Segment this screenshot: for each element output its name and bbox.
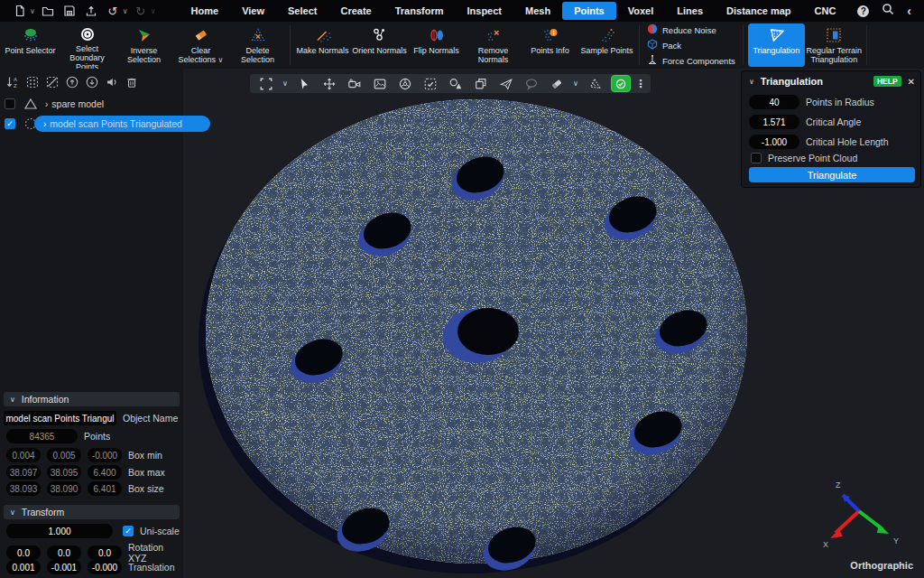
new-file-icon[interactable] bbox=[11, 2, 29, 20]
open-folder-icon[interactable] bbox=[39, 2, 57, 20]
sample-points-button[interactable]: Sample Points bbox=[578, 22, 635, 69]
menu-transform[interactable]: Transform bbox=[383, 2, 456, 20]
menu-lines[interactable]: Lines bbox=[665, 2, 715, 20]
select-region-icon[interactable] bbox=[419, 76, 442, 92]
box-size-z[interactable]: 6.401 bbox=[88, 481, 122, 496]
expand-icon[interactable]: › bbox=[45, 99, 48, 109]
tree-row-model-scan[interactable]: ✓ › model scan Points Triangulated bbox=[5, 116, 210, 132]
information-header[interactable]: ∨ Information bbox=[4, 392, 180, 406]
make-normals-button[interactable]: Make Normals bbox=[294, 22, 351, 69]
expand-icon[interactable]: › bbox=[43, 119, 46, 129]
critical-hole-length-input[interactable]: -1.000 bbox=[749, 135, 799, 149]
undo-icon[interactable]: ↺ bbox=[104, 2, 122, 20]
box-size-y[interactable]: 38.090 bbox=[47, 481, 81, 496]
triangulate-button[interactable]: Triangulate bbox=[749, 167, 915, 182]
remove-normals-button[interactable]: Remove Normals bbox=[465, 22, 522, 69]
translation-z-input[interactable]: -0.000 bbox=[88, 560, 122, 574]
delete-selection-button[interactable]: Delete Selection bbox=[229, 22, 286, 69]
menu-select[interactable]: Select bbox=[276, 2, 328, 20]
search-icon[interactable] bbox=[882, 3, 894, 19]
render-mode-icon[interactable] bbox=[368, 76, 392, 92]
fit-view-icon[interactable] bbox=[254, 76, 278, 92]
box-max-x[interactable]: 38.097 bbox=[6, 465, 41, 480]
reduce-noise-button[interactable]: Reduce Noise bbox=[647, 23, 735, 36]
box-min-x[interactable]: 0.004 bbox=[6, 448, 41, 462]
clear-selections-button[interactable]: Clear Selections ∨ bbox=[172, 22, 229, 69]
translation-y-input[interactable]: -0.001 bbox=[47, 560, 81, 574]
preserve-point-cloud-checkbox[interactable] bbox=[751, 153, 762, 163]
critical-angle-input[interactable]: 1.571 bbox=[749, 115, 799, 129]
navigation-wheel-icon[interactable] bbox=[393, 76, 417, 92]
triangulation-panel-header[interactable]: ∨ Triangulation HELP ✕ bbox=[749, 76, 915, 87]
export-icon[interactable] bbox=[82, 2, 100, 20]
primitives-icon[interactable] bbox=[444, 76, 467, 92]
menu-create[interactable]: Create bbox=[328, 2, 383, 20]
fit-view-dropdown-icon[interactable]: ∨ bbox=[280, 76, 291, 92]
scale-input[interactable]: 1.000 bbox=[6, 524, 113, 538]
rotation-y-input[interactable]: 0.0 bbox=[47, 545, 81, 560]
box-max-y[interactable]: 38.095 bbox=[47, 465, 81, 480]
menu-points[interactable]: Points bbox=[562, 2, 616, 20]
rotation-x-input[interactable]: 0.0 bbox=[6, 545, 41, 560]
new-file-dropdown-icon[interactable]: ∨ bbox=[30, 7, 35, 15]
lasso-triangle-icon[interactable] bbox=[583, 76, 606, 92]
kebab-menu-icon[interactable]: ⋮ bbox=[635, 76, 646, 92]
orient-normals-button[interactable]: Orient Normals bbox=[351, 22, 408, 69]
speaker-icon[interactable] bbox=[105, 75, 119, 89]
move-up-icon[interactable] bbox=[65, 75, 79, 89]
delete-object-icon[interactable] bbox=[125, 75, 139, 89]
menu-home[interactable]: Home bbox=[180, 2, 231, 20]
selected-tree-item[interactable]: › model scan Points Triangulated bbox=[34, 116, 210, 132]
force-components-button[interactable]: Force Components bbox=[647, 54, 735, 67]
menu-cnc[interactable]: CNC bbox=[803, 2, 848, 20]
inverse-selection-button[interactable]: Inverse Selection bbox=[116, 22, 172, 69]
point-selector-button[interactable]: Point Selector bbox=[2, 22, 59, 69]
help-badge[interactable]: HELP bbox=[873, 76, 901, 87]
spare-model-checkbox[interactable] bbox=[5, 98, 15, 109]
menu-inspect[interactable]: Inspect bbox=[455, 2, 513, 20]
triangulation-button[interactable]: Triangulation bbox=[748, 23, 805, 67]
undo-dropdown-icon[interactable]: ∨ bbox=[123, 7, 128, 15]
regular-terrain-triangulation-button[interactable]: Regular Terrain Triangulation bbox=[806, 22, 863, 69]
menu-view[interactable]: View bbox=[230, 2, 276, 20]
points-count-input[interactable]: 84365 bbox=[6, 429, 78, 443]
uniscale-checkbox[interactable]: ✓ bbox=[123, 526, 134, 536]
measure-plane-icon[interactable] bbox=[494, 76, 518, 92]
close-icon[interactable]: ✕ bbox=[908, 77, 915, 87]
box-min-z[interactable]: -0.000 bbox=[88, 448, 122, 462]
redo-icon[interactable]: ↻ bbox=[132, 2, 150, 20]
sort-icon[interactable]: AZ bbox=[5, 75, 20, 89]
object-name-input[interactable]: model scan Points Triangul bbox=[4, 411, 116, 425]
collapse-ribbon-icon[interactable]: ‹ bbox=[907, 4, 911, 18]
flip-normals-button[interactable]: Flip Normals bbox=[408, 22, 465, 69]
points-in-radius-input[interactable]: 40 bbox=[749, 95, 799, 109]
redo-dropdown-icon[interactable]: ∨ bbox=[151, 7, 156, 15]
menu-mesh[interactable]: Mesh bbox=[513, 2, 562, 20]
confirm-button[interactable] bbox=[611, 75, 631, 92]
select-none-icon[interactable] bbox=[45, 75, 60, 89]
select-boundary-points-button[interactable]: Select Boundary Points bbox=[59, 22, 116, 69]
model-scan-checkbox[interactable]: ✓ bbox=[5, 118, 15, 129]
select-all-icon[interactable] bbox=[25, 75, 40, 89]
translation-x-input[interactable]: 0.001 bbox=[6, 560, 41, 574]
rotation-z-input[interactable]: 0.0 bbox=[88, 545, 122, 560]
move-down-icon[interactable] bbox=[85, 75, 99, 89]
eraser-icon[interactable] bbox=[545, 76, 568, 92]
tree-item-label[interactable]: spare model bbox=[51, 98, 104, 109]
pack-button[interactable]: Pack bbox=[647, 39, 735, 51]
help-icon[interactable]: ? bbox=[857, 5, 869, 17]
points-info-button[interactable]: Points Info bbox=[522, 22, 578, 69]
box-max-z[interactable]: 6.400 bbox=[88, 465, 122, 480]
camera-icon[interactable] bbox=[343, 76, 366, 92]
comment-icon[interactable] bbox=[520, 76, 543, 92]
menu-voxel[interactable]: Voxel bbox=[616, 2, 666, 20]
duplicate-icon[interactable] bbox=[469, 76, 493, 92]
menu-distance-map[interactable]: Distance map bbox=[715, 2, 803, 20]
axis-gizmo[interactable]: Z X Y bbox=[803, 477, 911, 551]
cursor-icon[interactable] bbox=[292, 76, 316, 92]
tree-row-spare-model[interactable]: › spare model bbox=[5, 96, 104, 112]
move-icon[interactable] bbox=[318, 76, 341, 92]
box-min-y[interactable]: 0.005 bbox=[47, 448, 81, 462]
eraser-dropdown-icon[interactable]: ∨ bbox=[570, 76, 581, 92]
box-size-x[interactable]: 38.093 bbox=[6, 481, 41, 496]
